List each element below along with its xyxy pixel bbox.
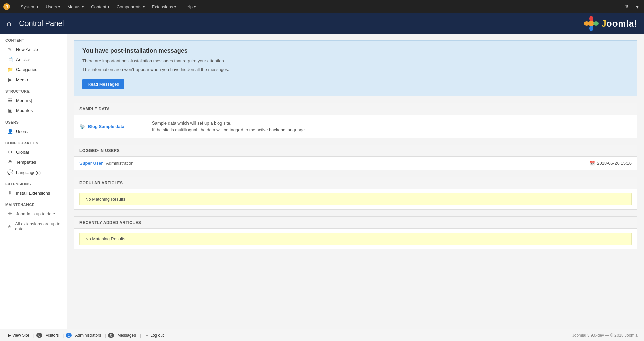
sidebar-item-global[interactable]: ⚙ Global: [0, 147, 67, 157]
separator1: |: [32, 333, 36, 338]
sidebar-section-maintenance: MAINTENANCE: [0, 198, 67, 209]
svg-point-5: [589, 26, 593, 31]
wifi-icon: 📡: [79, 124, 85, 129]
logout-icon: →: [145, 333, 149, 338]
admins-label[interactable]: Administrators: [72, 332, 104, 339]
sidebar-item-joomla-update: ✚ Joomla is up to date.: [0, 209, 67, 219]
sidebar-item-menus[interactable]: ☷ Menu(s): [0, 95, 67, 105]
post-install-line2: This information area won't appear when …: [82, 66, 629, 73]
sidebar-item-media[interactable]: ▶ Media: [0, 75, 67, 85]
pencil-icon: ✎: [7, 47, 13, 52]
joomla-header-logo: Joomla!: [584, 16, 637, 31]
joomla-flower-icon: [584, 16, 599, 31]
top-navigation: J System Users Menus Content Components …: [0, 0, 644, 13]
module-icon: ▣: [7, 108, 13, 113]
post-install-title: You have post-installation messages: [82, 47, 629, 54]
sidebar-item-categories[interactable]: 📁 Categories: [0, 64, 67, 75]
logged-in-user-info: Super User Administration: [79, 161, 133, 166]
messages-badge: 0: [108, 333, 114, 338]
read-messages-button[interactable]: Read Messages: [82, 79, 124, 89]
header-bar: ⌂ Control Panel Joomla!: [0, 13, 644, 34]
popular-articles-body: No Matching Results: [74, 193, 637, 205]
recently-added-section: RECENTLY ADDED ARTICLES No Matching Resu…: [74, 216, 637, 249]
sidebar-item-languages[interactable]: 💬 Language(s): [0, 167, 67, 177]
sample-data-section: SAMPLE DATA 📡 Blog Sample data Sample da…: [74, 103, 637, 138]
sample-data-description: Sample data which will set up a blog sit…: [152, 120, 306, 133]
nav-components[interactable]: Components: [113, 2, 148, 11]
install-icon: ⇓: [7, 190, 13, 196]
sidebar-section-configuration: CONFIGURATION: [0, 136, 67, 147]
home-icon[interactable]: ⌂: [7, 19, 11, 28]
nav-extensions[interactable]: Extensions: [149, 2, 180, 11]
blog-sample-data-link[interactable]: 📡 Blog Sample data: [79, 124, 147, 129]
nav-content[interactable]: Content: [88, 2, 113, 11]
admins-badge: 1: [66, 333, 72, 338]
sidebar-section-content: CONTENT: [0, 34, 67, 44]
logged-in-users-body: Super User Administration 📅 2018-05-26 1…: [74, 157, 637, 170]
sidebar-section-extensions: EXTENSIONS: [0, 177, 67, 188]
visitors-label[interactable]: Visitors: [43, 332, 61, 339]
sidebar-item-templates[interactable]: 👁 Templates: [0, 157, 67, 167]
chat-icon: 💬: [7, 169, 13, 175]
page-title: Control Panel: [19, 19, 64, 28]
sidebar-item-new-article[interactable]: ✎ New Article: [0, 44, 67, 54]
svg-point-6: [584, 21, 589, 26]
popular-articles-no-results: No Matching Results: [79, 193, 632, 205]
separator3: |: [104, 333, 107, 338]
sidebar-item-install-extensions[interactable]: ⇓ Install Extensions: [0, 188, 67, 198]
nav-users[interactable]: Users: [42, 2, 63, 11]
svg-point-2: [589, 21, 594, 26]
svg-text:J: J: [5, 4, 8, 9]
menu-list-icon: ☷: [7, 98, 13, 103]
sidebar-section-structure: STRUCTURE: [0, 85, 67, 95]
eye-icon: 👁: [7, 159, 13, 165]
visitors-badge: 0: [36, 333, 42, 338]
popular-articles-section: POPULAR ARTICLES No Matching Results: [74, 177, 637, 210]
view-site-icon: ▶: [8, 333, 11, 338]
logged-in-user-row: Super User Administration 📅 2018-05-26 1…: [74, 157, 637, 170]
j-external-link-icon[interactable]: J!: [622, 3, 631, 11]
user-menu-icon[interactable]: ▾: [633, 2, 641, 11]
sidebar: CONTENT ✎ New Article 📄 Articles 📁 Categ…: [0, 34, 67, 329]
media-icon: ▶: [7, 77, 13, 82]
sample-data-row: 📡 Blog Sample data Sample data which wil…: [74, 115, 637, 138]
blog-sample-data-label: Blog Sample data: [88, 124, 124, 129]
user-icon: 👤: [7, 129, 13, 134]
version-text: Joomla! 3.9.0-dev — © 2018 Joomla!: [572, 333, 639, 338]
messages-label[interactable]: Messages: [115, 332, 139, 339]
logged-in-users-section: LOGGED-IN USERS Super User Administratio…: [74, 145, 637, 170]
file-icon: 📄: [7, 57, 13, 62]
sidebar-section-users: USERS: [0, 115, 67, 126]
logout-link[interactable]: → Log out: [142, 332, 166, 339]
recently-added-no-results: No Matching Results: [79, 233, 632, 245]
user-role: Administration: [106, 161, 133, 166]
joomla-update-icon: ✚: [7, 211, 13, 216]
nav-menus[interactable]: Menus: [64, 2, 87, 11]
nav-system[interactable]: System: [17, 2, 42, 11]
star-outline-icon: ★: [7, 224, 12, 229]
separator4: |: [139, 333, 142, 338]
sidebar-item-articles[interactable]: 📄 Articles: [0, 54, 67, 64]
post-install-box: You have post-installation messages Ther…: [74, 40, 637, 96]
nav-right-area: J! ▾: [622, 2, 641, 11]
folder-icon: 📁: [7, 67, 13, 72]
bottom-bar: ▶ View Site | 0 Visitors | 1 Administrat…: [0, 329, 644, 341]
svg-point-3: [589, 16, 593, 21]
separator2: |: [61, 333, 65, 338]
svg-point-4: [593, 21, 599, 26]
main-panel: You have post-installation messages Ther…: [67, 34, 644, 329]
recently-added-header: RECENTLY ADDED ARTICLES: [74, 217, 637, 229]
sample-data-body: 📡 Blog Sample data Sample data which wil…: [74, 115, 637, 138]
view-site-link[interactable]: ▶ View Site: [5, 332, 32, 339]
sidebar-item-modules[interactable]: ▣ Modules: [0, 105, 67, 115]
recently-added-body: No Matching Results: [74, 233, 637, 245]
main-area: CONTENT ✎ New Article 📄 Articles 📁 Categ…: [0, 34, 644, 329]
sidebar-item-extensions-update: ★ All extensions are up to date.: [0, 219, 67, 234]
sidebar-item-users[interactable]: 👤 Users: [0, 126, 67, 136]
logged-in-users-header: LOGGED-IN USERS: [74, 145, 637, 157]
nav-help[interactable]: Help: [180, 2, 199, 11]
sample-data-header: SAMPLE DATA: [74, 103, 637, 115]
joomla-logo-nav[interactable]: J: [3, 3, 12, 11]
post-install-line1: There are important post-installation me…: [82, 58, 629, 64]
super-user-link[interactable]: Super User: [79, 161, 103, 166]
